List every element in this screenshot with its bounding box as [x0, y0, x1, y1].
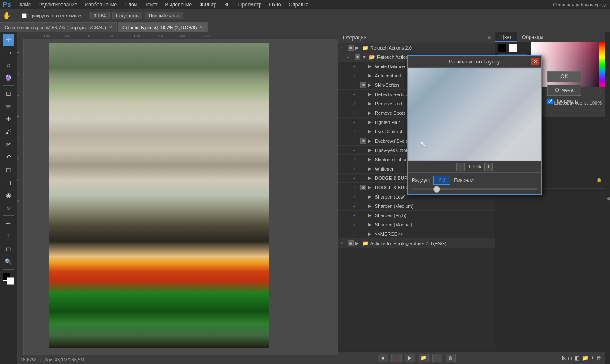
radius-input[interactable]: [433, 176, 450, 185]
gaussian-cancel-btn[interactable]: Отмена: [547, 85, 581, 96]
ops-item-18[interactable]: ✓ ▶ Sharpen (High): [338, 211, 495, 220]
color-tab-samples[interactable]: Образцы: [517, 32, 548, 42]
tools-separator-3: [3, 269, 14, 270]
fit-btn[interactable]: Подогнать: [112, 12, 142, 19]
bg-color-swatch[interactable]: [509, 44, 517, 52]
menu-help[interactable]: Справка: [285, 1, 312, 8]
ops-delete-btn[interactable]: 🗑: [446, 354, 456, 362]
gaussian-ok-btn[interactable]: OK: [547, 71, 581, 82]
svg-text:5: 5: [17, 136, 20, 138]
clone-tool[interactable]: ✂: [3, 138, 14, 150]
menu-file[interactable]: Файл: [15, 1, 35, 8]
ops-arrow-1: ▼: [362, 55, 367, 59]
svg-text:150: 150: [157, 34, 163, 38]
menu-layers[interactable]: Слои: [121, 1, 140, 8]
operations-bottom-toolbar: ■ ● ▶ 📁 + 🗑: [338, 351, 495, 364]
eyedropper-tool[interactable]: ✏: [3, 100, 14, 112]
history-brush-tool[interactable]: ↶: [3, 151, 14, 163]
gaussian-preview-check[interactable]: Просмотр: [547, 98, 581, 104]
select-rect-tool[interactable]: ▭: [3, 47, 14, 58]
svg-text:3: 3: [17, 94, 20, 96]
radius-slider[interactable]: [412, 188, 537, 190]
toolbar: ✋ Прокрутка во всех окнах 100% Подогнать…: [0, 9, 610, 22]
operations-header: Операции ≡: [338, 32, 495, 43]
menu-view[interactable]: Просмотр: [235, 1, 265, 8]
layers-new-btn[interactable]: +: [591, 355, 594, 361]
right-panel-collapse[interactable]: ◀: [605, 32, 610, 364]
layers-collapse[interactable]: ≡: [599, 90, 602, 94]
ops-check-0: ✓: [340, 45, 346, 50]
ops-item-19[interactable]: ✓ ▶ Sharpen (Manual): [338, 220, 495, 229]
ops-item-0[interactable]: ✓ ▣ ▶ 📁 Retouch Actions 2.0: [338, 43, 495, 52]
layers-delete-btn[interactable]: 🗑: [596, 355, 602, 361]
ops-record-btn[interactable]: ●: [391, 354, 402, 362]
gaussian-close-btn[interactable]: ✕: [531, 58, 539, 65]
full-screen-btn[interactable]: Полный экран: [145, 12, 183, 19]
tab-coloring[interactable]: Coloring-5.psd @ 16,7% (2, RGB/8) ✕: [118, 22, 208, 32]
gaussian-preview-checkbox[interactable]: [547, 99, 553, 104]
svg-text:2: 2: [17, 73, 20, 75]
background-color[interactable]: [7, 277, 14, 285]
radius-slider-thumb[interactable]: [433, 186, 440, 193]
tab-close-color-schemes[interactable]: ✕: [109, 25, 112, 30]
tools-separator-2: [3, 215, 14, 216]
menu-filter[interactable]: Фильтр: [196, 1, 220, 8]
ops-item-21[interactable]: ✓ ▣ ▶ 📁 Actions for Photographers 2.0 (E…: [338, 239, 495, 248]
canvas-content[interactable]: [24, 39, 338, 355]
dodge-tool[interactable]: ○: [3, 202, 14, 214]
menu-window[interactable]: Окно: [266, 1, 285, 8]
heal-tool[interactable]: ✚: [3, 113, 14, 125]
color-tab-color[interactable]: Цвет: [495, 32, 517, 42]
ops-new-action-btn[interactable]: +: [432, 354, 442, 362]
ops-play-btn[interactable]: ▶: [405, 354, 415, 362]
blur-tool[interactable]: ◉: [3, 189, 14, 201]
layers-mask-btn[interactable]: ◻: [568, 355, 572, 361]
crop-tool[interactable]: ⊡: [3, 88, 14, 99]
gaussian-titlebar: Размытие по Гауссу ✕: [408, 56, 541, 68]
menu-select[interactable]: Выделение: [162, 1, 196, 8]
brush-tool[interactable]: 🖌: [3, 126, 14, 138]
radius-row: Радиус: Пиксели: [412, 176, 537, 185]
zoom-status: 16,67%: [20, 357, 36, 362]
menu-text[interactable]: Текст: [141, 1, 161, 8]
gradient-tool[interactable]: ◫: [3, 176, 14, 188]
menu-3d[interactable]: 3D: [221, 1, 234, 8]
gaussian-zoom-in-btn[interactable]: +: [484, 163, 493, 171]
radius-unit: Пиксели: [454, 177, 474, 183]
shape-tool[interactable]: ◻: [3, 243, 14, 255]
lasso-tool[interactable]: ⌾: [3, 59, 14, 71]
zoom-value[interactable]: 100%: [90, 12, 110, 19]
color-hue-bar[interactable]: [599, 42, 605, 87]
eraser-tool[interactable]: ◻: [3, 164, 14, 176]
ops-collapse-toggle[interactable]: ≡: [488, 35, 491, 40]
ops-new-set-btn[interactable]: 📁: [419, 354, 429, 362]
zoom-tool[interactable]: 🔍: [3, 256, 14, 267]
color-boxes[interactable]: [3, 273, 14, 285]
layers-fx-btn[interactable]: fx: [562, 355, 566, 361]
tab-color-schemes[interactable]: Color schemes.psd @ 66,7% (Тетрада, RGB/…: [0, 22, 117, 32]
wrap-all-windows-checkbox[interactable]: [22, 13, 27, 18]
gaussian-preview[interactable]: ↖: [408, 68, 541, 161]
pen-tool[interactable]: ✒: [3, 218, 14, 229]
move-tool[interactable]: ✛: [3, 34, 14, 46]
layers-adj-btn[interactable]: ◧: [575, 355, 580, 361]
radius-label: Радиус:: [412, 177, 430, 183]
gaussian-zoom-out-btn[interactable]: −: [456, 163, 465, 171]
svg-text:50: 50: [110, 34, 114, 38]
tab-close-coloring[interactable]: ✕: [200, 25, 203, 30]
tab-label-color-schemes: Color schemes.psd @ 66,7% (Тетрада, RGB/…: [5, 25, 106, 30]
magic-wand-tool[interactable]: 🔮: [3, 72, 14, 84]
menu-image[interactable]: Изображение: [82, 1, 121, 8]
ops-item-20[interactable]: ✓ ▶ >>MERGE<<: [338, 229, 495, 239]
status-bar: 16,67% | Док: 43,1М/186,5М: [17, 355, 338, 364]
text-tool[interactable]: T: [3, 230, 14, 242]
tools-separator: [3, 85, 14, 86]
toolbar-separator-2: [86, 11, 86, 20]
fg-color-swatch[interactable]: [498, 44, 506, 52]
menu-edit[interactable]: Редактирование: [35, 1, 80, 8]
ops-stop-btn[interactable]: ■: [378, 354, 388, 362]
layers-group-btn[interactable]: 📁: [582, 355, 588, 361]
canvas-wrapper: -100 -50 0 50 100 150 200 250: [17, 32, 338, 364]
hand-tool-icon: ✋: [3, 11, 11, 19]
ops-item-17[interactable]: ✓ ▶ Sharpen (Medium): [338, 201, 495, 211]
